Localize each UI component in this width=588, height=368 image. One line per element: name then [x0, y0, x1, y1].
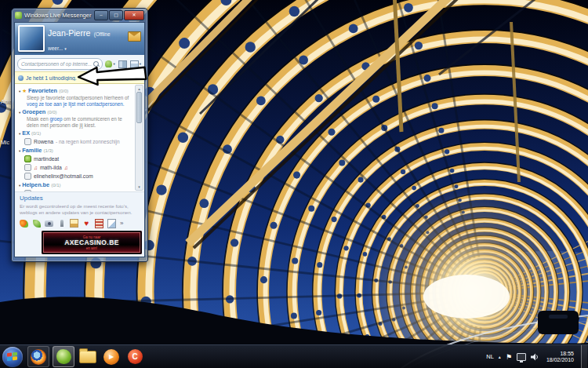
maximize-button[interactable]: ▢ [109, 10, 123, 20]
updates-section: Updates Er wordt gecontroleerd op de mee… [15, 191, 144, 217]
media-player-icon: ▶ [103, 349, 119, 365]
start-button[interactable] [2, 347, 23, 367]
presence-offline-icon [24, 173, 31, 180]
group-header-groepen[interactable]: ▾ Groepen (0/0) [19, 108, 135, 115]
avatar[interactable] [18, 25, 45, 52]
taskbar: ▶ C NL ▴ ⚑ 18:55 18/02/2010 [0, 344, 588, 368]
expander-icon[interactable]: ▾ [19, 149, 20, 153]
expander-icon[interactable]: ▾ [19, 184, 20, 188]
folder-icon [79, 351, 96, 363]
presence-offline-icon [24, 190, 31, 191]
scroll-up-icon[interactable]: ▴ [136, 86, 143, 91]
windows-flag-icon [7, 352, 18, 362]
presence-offline-icon [24, 164, 31, 171]
group-description: Sleep je favoriete contactpersonen hierh… [27, 95, 133, 107]
scrollbar-thumb[interactable] [136, 92, 142, 123]
games-icon[interactable] [95, 219, 103, 228]
messenger-window: Windows Live Messenger – ▢ ✕ Jean-Pierre… [11, 8, 148, 262]
taskbar-mediaplayer-button[interactable]: ▶ [101, 347, 122, 366]
clock[interactable]: 18:55 18/02/2010 [546, 351, 574, 363]
messenger-icon [56, 349, 71, 364]
cleaner-icon: C [128, 349, 143, 364]
presence-offline-icon [24, 138, 31, 145]
ad-text-bottom: en win! [86, 246, 97, 250]
contact-row[interactable]: ♫ math-ilda ♫ [24, 164, 135, 171]
minimize-button[interactable]: – [94, 10, 108, 20]
expander-icon[interactable]: ▾ [19, 132, 20, 136]
messenger-header: Jean-Pierre (Offline weer...▾ Typ een be… [15, 23, 144, 55]
create-group-link[interactable]: groep [49, 116, 62, 122]
microphone-icon[interactable] [57, 219, 66, 228]
hidden-icons-button[interactable]: ▴ [499, 354, 501, 359]
heart-icon[interactable]: ♥ [82, 219, 91, 228]
messenger-app-icon [15, 12, 22, 19]
app-shortcut-bar: ♥ » [15, 217, 144, 229]
ad-text-main: AXECASINO.BE [64, 239, 119, 246]
ad-banner[interactable]: Ga nu naar AXECASINO.BE en win! [42, 231, 142, 254]
contact-row[interactable]: Kurt [24, 190, 135, 191]
more-icons-chevron[interactable]: » [120, 220, 123, 227]
envelope-icon[interactable] [128, 31, 141, 42]
star-icon: ★ [22, 88, 27, 94]
firefox-icon [31, 349, 46, 365]
camera-icon[interactable] [45, 219, 53, 228]
taskbar-firefox-button[interactable] [27, 346, 49, 367]
contact-row[interactable]: martindeat [24, 155, 135, 162]
volume-icon[interactable] [531, 353, 539, 361]
add-contacts-link[interactable]: voeg ze toe aan je lijst met contactpers… [27, 101, 125, 107]
taskbar-messenger-button[interactable] [53, 346, 74, 367]
contact-row[interactable]: elinehelinx@hotmail.com [24, 173, 135, 180]
clock-time: 18:55 [546, 351, 574, 357]
expander-icon[interactable]: ▾ [19, 89, 20, 93]
photo-icon[interactable] [70, 219, 78, 228]
language-indicator[interactable]: NL [486, 353, 494, 360]
apps-icon[interactable] [107, 219, 116, 228]
presence-online-icon [24, 155, 31, 162]
user-name[interactable]: Jean-Pierre [48, 28, 90, 38]
updates-text: Er wordt gecontroleerd op de meest recen… [20, 203, 140, 215]
leaf-icon[interactable] [32, 219, 41, 228]
action-center-flag-icon[interactable]: ⚑ [506, 353, 512, 361]
group-header-ex[interactable]: ▾ EX (0/1) [19, 129, 135, 137]
contact-list: ▾ ★ Favorieten (0/0) Sleep je favoriete … [15, 84, 144, 191]
close-button[interactable]: ✕ [124, 10, 144, 20]
show-desktop-button[interactable] [581, 345, 587, 368]
clock-date: 18/02/2010 [546, 357, 574, 363]
system-tray: NL ▴ ⚑ 18:55 18/02/2010 [486, 345, 588, 368]
invitation-icon [18, 75, 24, 81]
titlebar[interactable]: Windows Live Messenger – ▢ ✕ [12, 9, 147, 22]
window-title: Windows Live Messenger [24, 12, 94, 19]
annotation-arrow [75, 64, 148, 89]
scroll-down-icon[interactable]: ▾ [136, 184, 143, 189]
group-header-familie[interactable]: ▾ Familie (1/3) [19, 147, 135, 154]
network-icon[interactable] [517, 353, 526, 361]
taskbar-explorer-button[interactable] [78, 347, 98, 366]
group-description: Maak een groep om te communiceren en te … [27, 116, 133, 128]
updates-title: Updates [20, 195, 140, 202]
group-header-helpenbe[interactable]: ▾ Helpen.be (0/1) [19, 181, 135, 188]
chevron-down-icon: ▾ [64, 46, 67, 51]
music-note-icon: ♫ [64, 165, 68, 170]
music-note-icon: ♫ [34, 165, 38, 170]
butterfly-icon[interactable] [20, 219, 28, 228]
contact-row[interactable]: Rowena - na regen komt zonneschijn [24, 138, 135, 145]
taskbar-cleaner-button[interactable]: C [125, 347, 145, 366]
scrollbar[interactable]: ▴ ▾ [135, 85, 143, 191]
expander-icon[interactable]: ▾ [19, 111, 20, 115]
